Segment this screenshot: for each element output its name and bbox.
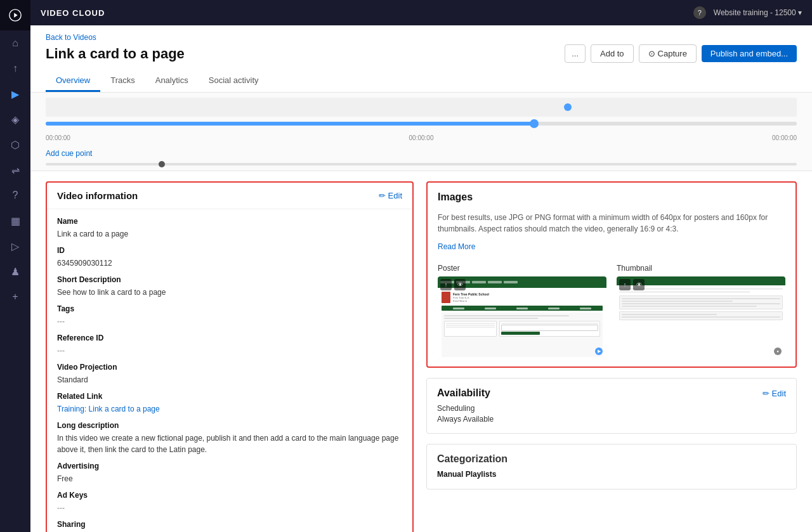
help-icon[interactable]: ? [693, 6, 706, 19]
thumbnail-view-btn[interactable]: 👁 [633, 279, 645, 290]
images-section-title: Images [428, 183, 796, 212]
short-desc-value: See how to link a card to a page [57, 287, 402, 298]
tab-social-activity[interactable]: Social activity [199, 70, 269, 92]
svg-marker-1 [14, 13, 18, 17]
thumbnail-preview: ● ↑ 👁 [617, 276, 785, 359]
content-area: Back to Videos Link a card to a page ...… [30, 25, 812, 532]
categorization-section: Categorization Manual Playlists [426, 444, 797, 490]
long-desc-label: Long description [57, 421, 402, 430]
name-value: Link a card to a page [57, 228, 402, 240]
sharing-label: Sharing [57, 520, 402, 529]
pencil-icon-avail: ✏ [763, 389, 769, 398]
sidebar-icon-question[interactable]: ? [0, 183, 30, 208]
images-section-desc: For best results, use JPG or PNG format … [428, 212, 796, 242]
tags-label: Tags [57, 304, 402, 313]
more-button[interactable]: ... [565, 44, 586, 63]
read-more-link[interactable]: Read More [428, 242, 796, 256]
page-title: Link a card to a page [46, 46, 185, 62]
two-col-layout: Video information ✏ Edit Name Link a car… [30, 171, 812, 532]
right-panel: Images For best results, use JPG or PNG … [426, 181, 797, 532]
panel-title: Video information [57, 190, 138, 201]
ref-id-value: --- [57, 345, 402, 356]
poster-controls: ↑ 👁 [440, 279, 466, 290]
tab-tracks[interactable]: Tracks [100, 70, 145, 92]
poster-upload-btn[interactable]: ↑ [440, 279, 452, 290]
images-row: Poster [428, 256, 796, 367]
availability-edit-button[interactable]: ✏ Edit [763, 389, 786, 398]
page-header: Back to Videos Link a card to a page ...… [30, 25, 812, 93]
page-title-row: Link a card to a page ... Add to ⊙ Captu… [46, 44, 797, 63]
availability-body: Scheduling Always Available [427, 404, 796, 433]
categorization-body: Manual Playlists [427, 470, 796, 489]
timeline-area: 00:00:00 00:00:00 00:00:00 Add cue point [30, 93, 812, 171]
topbar-right: ? Website training - 12500 ▾ [693, 6, 802, 19]
projection-value: Standard [57, 374, 402, 386]
main-area: VIDEO CLOUD ? Website training - 12500 ▾… [30, 0, 812, 532]
tags-value: --- [57, 316, 402, 327]
video-info-body: Name Link a card to a page ID 6345909030… [47, 209, 412, 532]
publish-embed-button[interactable]: Publish and embed... [702, 45, 797, 62]
add-cue-link[interactable]: Add cue point [46, 149, 92, 158]
panel-header: Video information ✏ Edit [47, 183, 412, 209]
name-label: Name [57, 217, 402, 226]
cue-bar [46, 163, 797, 165]
capture-button[interactable]: ⊙ Capture [639, 44, 697, 63]
header-actions: ... Add to ⊙ Capture Publish and embed..… [565, 44, 797, 63]
timeline-labels: 00:00:00 00:00:00 00:00:00 [46, 134, 797, 141]
sidebar-icon-tag[interactable]: ◈ [0, 107, 30, 132]
tab-analytics[interactable]: Analytics [145, 70, 199, 92]
scheduling-value: Always Available [437, 415, 786, 424]
poster-preview: Fern Tree Public School Fern Tree K–6 En… [438, 276, 606, 359]
ad-keys-label: Ad Keys [57, 491, 402, 500]
ref-id-label: Reference ID [57, 334, 402, 342]
manual-playlists-label: Manual Playlists [437, 470, 786, 479]
sidebar-icon-home[interactable]: ⌂ [0, 30, 30, 56]
short-desc-label: Short Description [57, 275, 402, 284]
scheduling-label: Scheduling [437, 404, 786, 413]
topbar: VIDEO CLOUD ? Website training - 12500 ▾ [30, 0, 812, 25]
projection-label: Video Projection [57, 363, 402, 372]
sidebar: ⌂ ↑ ▶ ◈ ⬡ ⇌ ? ▦ ▷ ♟ + [0, 0, 30, 532]
long-desc-value: In this video we create a new fictional … [57, 432, 402, 455]
advertising-value: Free [57, 473, 402, 484]
id-value: 6345909030112 [57, 257, 402, 269]
sidebar-icon-folder[interactable]: ⬡ [0, 132, 30, 157]
availability-section: Availability ✏ Edit Scheduling Always Av… [426, 378, 797, 434]
poster-col: Poster [438, 264, 606, 359]
sidebar-icon-plus[interactable]: + [0, 284, 30, 309]
ad-keys-value: --- [57, 502, 402, 514]
sidebar-icon-share[interactable]: ⇌ [0, 157, 30, 183]
camera-icon: ⊙ [648, 49, 655, 58]
add-to-button[interactable]: Add to [591, 44, 634, 63]
images-section: Images For best results, use JPG or PNG … [426, 181, 797, 368]
thumbnail-upload-btn[interactable]: ↑ [619, 279, 631, 290]
poster-label: Poster [438, 264, 606, 273]
id-label: ID [57, 246, 402, 255]
categorization-title: Categorization [427, 444, 796, 470]
sidebar-icon-video[interactable]: ▶ [0, 81, 30, 107]
availability-title: Availability [437, 387, 490, 399]
sidebar-icon-users[interactable]: ♟ [0, 259, 30, 284]
poster-view-btn[interactable]: 👁 [454, 279, 466, 290]
timeline-progress-bar[interactable] [46, 122, 797, 126]
related-link-value[interactable]: Training: Link a card to a page [57, 403, 402, 415]
thumbnail-col: Thumbnail [617, 264, 785, 359]
pencil-icon: ✏ [379, 191, 386, 200]
sidebar-icon-analytics[interactable]: ▦ [0, 208, 30, 233]
tabs: Overview Tracks Analytics Social activit… [46, 70, 797, 92]
thumbnail-controls: ↑ 👁 [619, 279, 645, 290]
related-link-label: Related Link [57, 392, 402, 401]
thumbnail-label: Thumbnail [617, 264, 785, 273]
availability-header: Availability ✏ Edit [427, 379, 796, 404]
user-menu[interactable]: Website training - 12500 ▾ [714, 8, 802, 17]
video-info-edit-button[interactable]: ✏ Edit [379, 191, 402, 200]
topbar-logo: VIDEO CLOUD [41, 8, 105, 18]
back-link[interactable]: Back to Videos [46, 33, 797, 42]
tab-overview[interactable]: Overview [46, 70, 100, 92]
app-logo [0, 0, 30, 30]
sidebar-icon-play[interactable]: ▷ [0, 233, 30, 259]
video-info-panel: Video information ✏ Edit Name Link a car… [46, 181, 414, 532]
sidebar-icon-upload[interactable]: ↑ [0, 56, 30, 81]
advertising-label: Advertising [57, 462, 402, 470]
